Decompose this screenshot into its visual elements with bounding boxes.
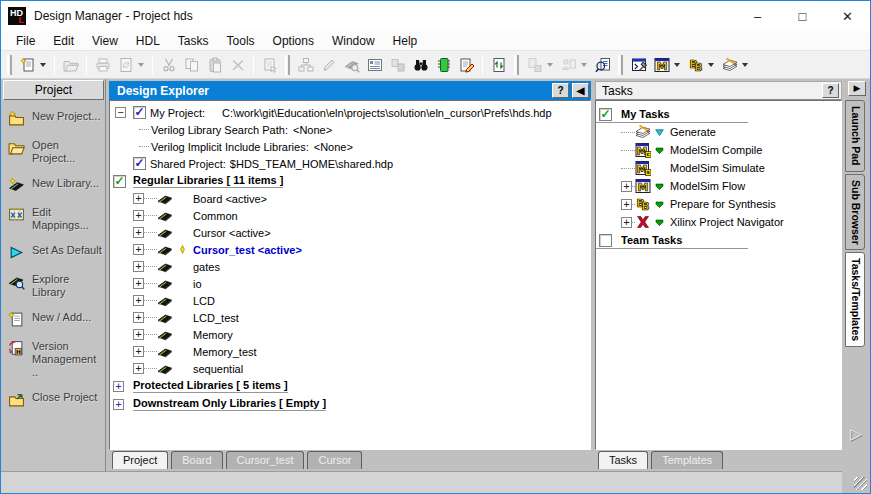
team-tasks-section[interactable]: ✓ Team Tasks [596,231,841,249]
sidebar-item-explore-library[interactable]: Explore Library [2,267,105,305]
shared-project-checkbox[interactable]: ✓ [133,157,146,170]
view-log-button[interactable] [591,53,614,76]
task-row-modelsim-simulate[interactable]: MsModelSim Simulate [596,159,841,177]
side-tab-sub-browser[interactable]: Sub Browser [845,174,865,251]
sidebar-item-new-add[interactable]: New / Add... [2,305,105,334]
new-button[interactable] [16,53,39,76]
menu-tasks[interactable]: Tasks [169,32,218,50]
menu-hdl[interactable]: HDL [127,32,169,50]
task-row-generate[interactable]: Generate [596,123,841,141]
verilog-include-row[interactable]: Verilog Implicit Include Libraries: <Non… [110,138,590,155]
library-row[interactable]: +LCD [110,292,590,309]
modelsim-flow-dropdown-icon[interactable] [674,63,680,67]
verilog-search-path-row[interactable]: Verilog Library Search Path: <None> [110,121,590,138]
task-expander-icon[interactable]: + [621,199,632,210]
explorer-tab-board[interactable]: Board [171,451,222,469]
strip-arrow-icon[interactable]: ▷ [850,425,862,443]
side-tab-tasks-templates[interactable]: Tasks/Templates [845,252,865,347]
library-expander-icon[interactable]: + [133,261,144,272]
library-expander-icon[interactable]: + [133,312,144,323]
library-row[interactable]: +Memory [110,326,590,343]
close-button[interactable]: ✕ [825,1,870,31]
downstream-libraries-section[interactable]: + Downstream Only Libraries [ Empty ] [110,395,590,413]
synthesis-flow-dropdown-icon[interactable] [708,63,714,67]
sidebar-item-version-management[interactable]: HVersion Management .. [2,334,105,385]
menu-help[interactable]: Help [384,32,427,50]
tasks-flow-button[interactable] [718,53,741,76]
menu-options[interactable]: Options [264,32,323,50]
tasks-flow-dropdown-icon[interactable] [742,63,748,67]
library-expander-icon[interactable]: + [133,346,144,357]
task-row-prepare-for-synthesis[interactable]: +BBPrepare for Synthesis [596,195,841,213]
side-tab-launch-pad[interactable]: Launch Pad [845,100,865,172]
library-row[interactable]: +Memory_test [110,343,590,360]
my-project-row[interactable]: − ✓ My Project: C:\work\git\Education\el… [110,104,590,121]
tasks-tab-tasks[interactable]: Tasks [598,451,648,469]
synthesis-flow-button[interactable]: BB [684,53,707,76]
modelsim-flow-button[interactable]: M [650,53,673,76]
tasks-tab-templates[interactable]: Templates [651,451,723,469]
toolbar-grip[interactable] [7,55,12,75]
collapse-expander-icon[interactable]: − [115,107,126,118]
library-row[interactable]: +Common [110,207,590,224]
library-row[interactable]: +Board <active> [110,190,590,207]
task-row-xilinx-project-navigator[interactable]: +Xilinx Project Navigator [596,213,841,231]
task-row-modelsim-compile[interactable]: McModelSim Compile [596,141,841,159]
team-tasks-checkbox[interactable]: ✓ [599,234,612,247]
library-expander-icon[interactable]: + [133,295,144,306]
edit-document-button[interactable] [455,53,478,76]
task-row-modelsim-flow[interactable]: +MModelSim Flow [596,177,841,195]
task-expander-icon[interactable]: + [621,181,632,192]
sidebar-item-new-library[interactable]: New Library... [2,171,105,200]
library-expander-icon[interactable]: + [133,244,144,255]
sidebar-item-open-project[interactable]: Open Project... [2,133,105,171]
new-dropdown-icon[interactable] [40,63,46,67]
refresh-button[interactable] [487,53,510,76]
downstream-expander-icon[interactable]: + [113,399,124,410]
resize-grip[interactable] [854,477,867,490]
library-expander-icon[interactable]: + [133,210,144,221]
library-row[interactable]: +sequential [110,360,590,377]
task-expander-icon[interactable]: + [621,217,632,228]
maximize-button[interactable]: □ [780,1,825,31]
regular-libraries-checkbox[interactable]: ✓ [113,175,126,188]
library-row[interactable]: +io [110,275,590,292]
toolbar-grip[interactable] [285,55,290,75]
explorer-collapse-button[interactable]: ◀ [572,83,589,98]
my-project-checkbox[interactable]: ✓ [133,106,146,119]
explorer-tab-cursor[interactable]: Cursor [307,451,362,469]
regular-libraries-section[interactable]: ✓ Regular Libraries [ 11 items ] [110,172,590,190]
library-expander-icon[interactable]: + [133,329,144,340]
protected-expander-icon[interactable]: + [113,381,124,392]
toolbar-grip[interactable] [618,55,623,75]
sidebar-item-new-project[interactable]: New Project... [2,104,105,133]
library-row[interactable]: +LCD_test [110,309,590,326]
shared-project-row[interactable]: ✓ Shared Project: $HDS_TEAM_HOME\shared.… [110,155,590,172]
generate-button[interactable] [627,53,650,76]
details-view-button[interactable] [363,53,386,76]
sidebar-item-close-project[interactable]: Close Project [2,385,105,414]
toolbar-grip[interactable] [514,55,519,75]
menu-window[interactable]: Window [323,32,384,50]
my-tasks-section[interactable]: ✓ My Tasks [596,105,841,123]
library-row[interactable]: +gates [110,258,590,275]
library-expander-icon[interactable]: + [133,227,144,238]
library-expander-icon[interactable]: + [133,363,144,374]
explorer-tab-project[interactable]: Project [112,451,168,469]
open-as-hdl-button[interactable] [432,53,455,76]
minimize-button[interactable]: – [735,1,780,31]
sidebar-item-edit-mappings[interactable]: Edit Mappings... [2,200,105,238]
menu-file[interactable]: File [7,32,44,50]
explorer-help-button[interactable]: ? [552,83,569,98]
library-row[interactable]: +Cursor_test <active> [110,241,590,258]
my-tasks-checkbox[interactable]: ✓ [599,108,612,121]
library-expander-icon[interactable]: + [133,278,144,289]
explorer-tab-cursor-test[interactable]: Cursor_test [226,451,305,469]
sidebar-item-set-as-default[interactable]: Set As Default [2,238,105,267]
menu-view[interactable]: View [83,32,127,50]
find-button[interactable] [409,53,432,76]
protected-libraries-section[interactable]: + Protected Libraries [ 5 items ] [110,377,590,395]
menu-edit[interactable]: Edit [44,32,83,50]
menu-tools[interactable]: Tools [218,32,264,50]
strip-expand-button[interactable]: ▶ [848,81,866,96]
